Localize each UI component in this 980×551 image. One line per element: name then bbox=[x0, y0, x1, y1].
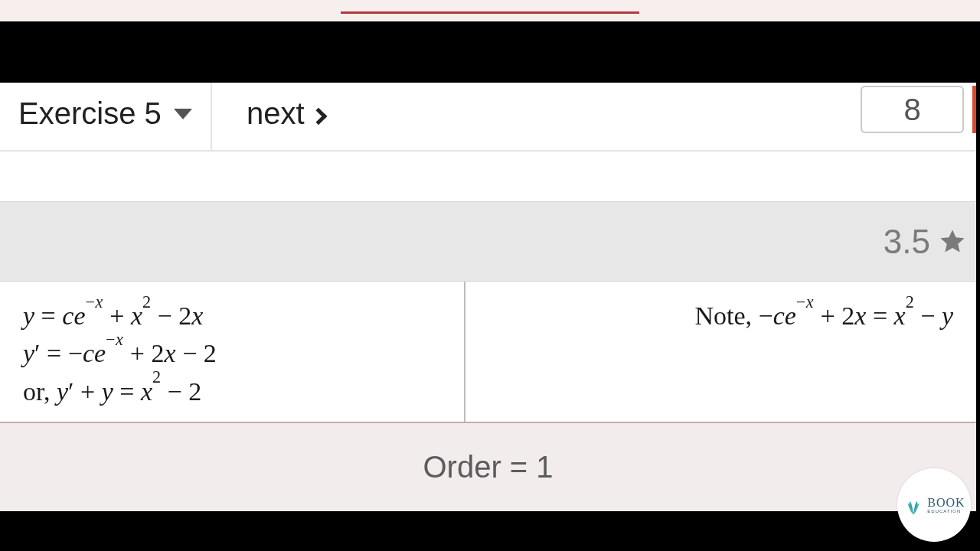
solution-right-column: Note, −ce−x + 2x = x2 − y bbox=[466, 282, 976, 422]
navbar-separator bbox=[211, 83, 212, 152]
rating-bar: 3.5 bbox=[0, 201, 976, 282]
right-accent-edge bbox=[972, 86, 976, 133]
caret-down-icon bbox=[174, 109, 192, 119]
navbar: Exercise 5 next 8 bbox=[0, 83, 976, 152]
logo-brand-text: BOOK bbox=[927, 497, 965, 509]
star-icon bbox=[938, 227, 967, 256]
brand-logo-badge: BOOK EDUCATION bbox=[897, 468, 971, 542]
browser-top-strip bbox=[0, 0, 980, 21]
order-footer: Order = 1 bbox=[0, 423, 976, 511]
math-line-3: or, y′ + y = x2 − 2 bbox=[23, 373, 456, 410]
letterbox-top bbox=[0, 21, 980, 83]
page-number-input[interactable]: 8 bbox=[861, 86, 964, 133]
rating-value: 3.5 bbox=[884, 223, 930, 261]
math-note-line: Note, −ce−x + 2x = x2 − y bbox=[488, 297, 953, 334]
solution-left-column: y = ce−x + x2 − 2x y′ = −ce−x + 2x − 2 o… bbox=[0, 282, 466, 422]
logo-sub-text: EDUCATION bbox=[927, 509, 965, 514]
exercise-label: Exercise 5 bbox=[18, 96, 162, 131]
order-text: Order = 1 bbox=[423, 450, 553, 484]
exercise-dropdown[interactable]: Exercise 5 bbox=[18, 96, 192, 131]
solution-body: y = ce−x + x2 − 2x y′ = −ce−x + 2x − 2 o… bbox=[0, 282, 976, 423]
app-frame: Exercise 5 next 8 3.5 y = ce−x + x2 − 2x… bbox=[0, 83, 976, 511]
next-label: next bbox=[247, 96, 305, 131]
next-button[interactable]: next bbox=[247, 96, 325, 131]
math-line-2: y′ = −ce−x + 2x − 2 bbox=[23, 334, 456, 372]
math-line-1: y = ce−x + x2 − 2x bbox=[23, 297, 456, 334]
leaf-icon bbox=[903, 494, 924, 516]
page-number-value: 8 bbox=[903, 93, 920, 127]
letterbox-bottom bbox=[0, 511, 980, 551]
chevron-right-icon bbox=[309, 107, 327, 125]
